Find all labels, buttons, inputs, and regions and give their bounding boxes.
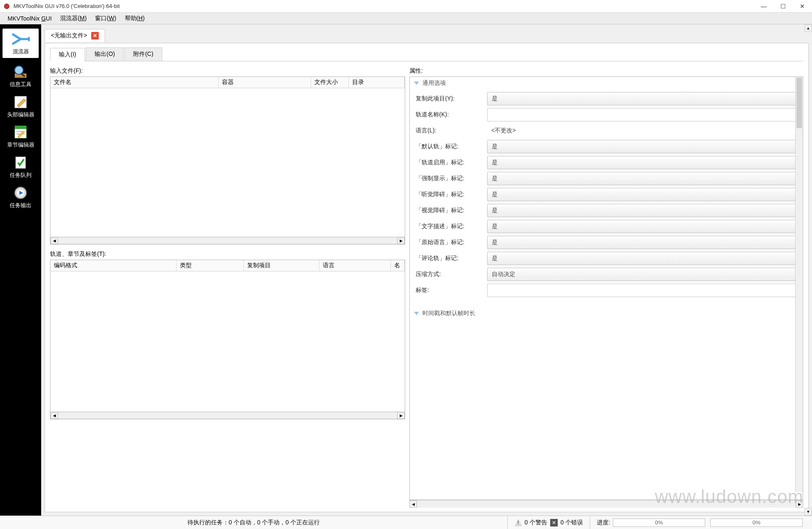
prop-label: 「强制显示」标记:: [416, 175, 487, 182]
warning-icon: !: [514, 519, 522, 526]
tab-output[interactable]: 输出(O): [86, 47, 124, 61]
prop-label: 「默认轨」标记:: [416, 143, 487, 150]
main-area: 混流器 信息工具 头部编辑器 章节编辑器 任务队列: [0, 24, 812, 516]
prop-copy-item[interactable]: 是: [487, 92, 797, 105]
group-general[interactable]: 通用选项: [410, 77, 803, 89]
menu-muxer[interactable]: 混流器(M): [56, 14, 91, 23]
prop-label: 复制此项目(Y):: [416, 95, 487, 103]
prop-language[interactable]: <不更改>: [487, 124, 797, 137]
prop-visual-flag[interactable]: 是: [487, 204, 797, 217]
prop-tags[interactable]: [487, 284, 797, 297]
prop-origlang-flag[interactable]: 是: [487, 236, 797, 249]
sidebar-label: 任务输出: [10, 202, 32, 209]
prop-commentary-flag[interactable]: 是: [487, 252, 797, 265]
window-titlebar: MKVToolNix GUI v76.0 ('Celebration') 64-…: [0, 0, 812, 13]
prop-forced-flag[interactable]: 是: [487, 172, 797, 185]
files-hscrollbar[interactable]: ◀▶: [50, 237, 405, 244]
prop-label: 「文字描述」标记:: [416, 223, 487, 230]
prop-hearing-flag[interactable]: 是: [487, 188, 797, 201]
window-title: MKVToolNix GUI v76.0 ('Celebration') 64-…: [13, 3, 754, 9]
svg-marker-1: [28, 37, 30, 42]
close-button[interactable]: ✕: [793, 0, 812, 13]
sidebar-item-chapter[interactable]: 章节编辑器: [3, 124, 39, 149]
sidebar-item-muxer[interactable]: 混流器: [3, 29, 39, 58]
sidebar: 混流器 信息工具 头部编辑器 章节编辑器 任务队列: [0, 24, 41, 516]
prop-label: 「视觉障碍」标记:: [416, 207, 487, 214]
maximize-button[interactable]: ☐: [773, 0, 793, 13]
svg-rect-7: [15, 126, 26, 129]
prop-enabled-flag[interactable]: 是: [487, 156, 797, 169]
svg-point-0: [4, 4, 9, 9]
progress-bar-2: 0%: [710, 518, 803, 527]
prop-track-name[interactable]: [487, 108, 797, 121]
col-filesize[interactable]: 文件大小: [311, 77, 349, 88]
sidebar-item-info[interactable]: 信息工具: [3, 64, 39, 88]
group-timestamps[interactable]: 时间戳和默认帧时长: [410, 307, 803, 320]
prop-label: 压缩方式:: [416, 271, 487, 278]
sidebar-item-output[interactable]: 任务输出: [3, 185, 39, 209]
input-files-table[interactable]: 文件名 容器 文件大小 目录 ◀▶: [50, 76, 405, 245]
sidebar-label: 信息工具: [10, 81, 32, 88]
group-timestamps-label: 时间戳和默认帧时长: [422, 310, 475, 317]
tab-input[interactable]: 输入(I): [50, 48, 85, 61]
gear-play-icon: [11, 185, 30, 201]
props-vscrollbar[interactable]: [795, 77, 803, 492]
col-dir[interactable]: 目录: [349, 77, 405, 88]
tracks-table[interactable]: 编码格式 类型 复制项目 语言 名 ◀▶: [50, 260, 405, 419]
sidebar-item-header[interactable]: 头部编辑器: [3, 94, 39, 118]
prop-label: 「听觉障碍」标记:: [416, 191, 487, 198]
menu-help[interactable]: 帮助(H): [121, 14, 149, 23]
close-icon[interactable]: ✕: [91, 32, 99, 39]
properties-panel: 通用选项 复制此项目(Y):是 轨道名称(K): 语言(L):<不更改> 「默认…: [409, 76, 803, 500]
col-container[interactable]: 容器: [219, 77, 311, 88]
chevron-down-icon: [414, 82, 419, 85]
tracks-label: 轨道、章节及标签(T):: [50, 250, 405, 258]
sidebar-label: 章节编辑器: [7, 141, 34, 149]
props-rows: 复制此项目(Y):是 轨道名称(K): 语言(L):<不更改> 「默认轨」标记:…: [410, 89, 803, 307]
sidebar-item-queue[interactable]: 任务队列: [3, 155, 39, 179]
menu-window[interactable]: 窗口(W): [91, 14, 121, 23]
panel-frame: 输入(I) 输出(O) 附件(C) 输入文件(F): 文件名 容器 文件大小 目…: [45, 43, 809, 512]
magnify-icon: [11, 64, 30, 80]
col-lang[interactable]: 语言: [319, 260, 391, 271]
prop-label: 「轨道启用」标记:: [416, 159, 487, 166]
status-warnings[interactable]: ! 0 个警告 ✕ 0 个错误: [507, 516, 590, 529]
progress-label: 进度:: [597, 519, 610, 526]
sidebar-label: 任务队列: [10, 171, 32, 179]
status-warnings-text: 0 个警告: [525, 519, 547, 526]
prop-label: 「原始语言」标记:: [416, 239, 487, 246]
col-copy[interactable]: 复制项目: [244, 260, 319, 271]
progress-bar-1: 0%: [613, 518, 705, 527]
document-tab-label: <无输出文件>: [51, 32, 87, 39]
menu-bar: MKVToolNix GUI 混流器(M) 窗口(W) 帮助(H): [0, 13, 812, 24]
tracks-hscrollbar[interactable]: ◀▶: [50, 411, 405, 419]
properties-label: 属性:: [409, 67, 803, 75]
scroll-up-arrow[interactable]: ▲: [804, 24, 812, 32]
app-icon: [3, 3, 10, 10]
prop-textdesc-flag[interactable]: 是: [487, 220, 797, 233]
prop-compression[interactable]: 自动决定: [487, 268, 797, 281]
minimize-button[interactable]: —: [754, 0, 773, 13]
sidebar-label: 混流器: [13, 48, 29, 55]
error-icon: ✕: [550, 519, 558, 526]
col-type[interactable]: 类型: [177, 260, 244, 271]
scroll-down-arrow[interactable]: ▼: [804, 508, 812, 516]
tab-attachments[interactable]: 附件(C): [124, 47, 162, 61]
col-codec[interactable]: 编码格式: [50, 260, 177, 271]
col-filename[interactable]: 文件名: [50, 77, 219, 88]
document-tab[interactable]: <无输出文件> ✕: [45, 29, 105, 42]
merge-icon: [11, 31, 30, 47]
sub-tabs: 输入(I) 输出(O) 附件(C): [50, 47, 803, 61]
status-errors-text: 0 个错误: [560, 519, 583, 526]
document-tabbar: <无输出文件> ✕: [45, 28, 809, 43]
prop-label: 语言(L):: [416, 127, 487, 134]
menu-app[interactable]: MKVToolNix GUI: [3, 14, 56, 23]
props-hscrollbar[interactable]: ◀▶: [409, 500, 803, 508]
prop-label: 「评论轨」标记:: [416, 255, 487, 262]
prop-label: 标签:: [416, 287, 487, 294]
status-bar: 待执行的任务：0 个自动，0 个手动，0 个正在运行 ! 0 个警告 ✕ 0 个…: [0, 516, 812, 529]
prop-default-flag[interactable]: 是: [487, 140, 797, 153]
chapter-icon: [11, 124, 30, 140]
input-files-label: 输入文件(F):: [50, 67, 405, 75]
col-name[interactable]: 名: [391, 260, 405, 271]
